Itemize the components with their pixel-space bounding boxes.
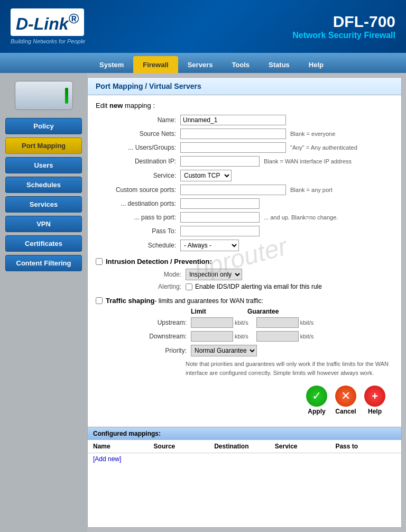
intrusion-alerting-label: Alerting: [106,283,186,290]
tab-servers[interactable]: Servers [178,56,223,73]
content-area: Port Mapping / Virtual Servers uprouter … [87,77,402,528]
intrusion-alerting-row: Alerting: Enable IDS/IDP alerting via em… [96,283,393,290]
pass-to-port-label: ... pass to port: [96,214,180,221]
ts-priority-label: Priority: [96,347,191,354]
sidebar-btn-content-filtering[interactable]: Content Filtering [5,255,82,271]
nav-bar: System Firewall Servers Tools Status Hel… [0,53,406,73]
action-buttons: ✓ Apply ✕ Cancel + Help [96,380,393,420]
destination-ip-label: Destination IP: [96,158,180,165]
name-input[interactable] [180,115,286,125]
ts-downstream-limit-input[interactable] [191,331,233,342]
sidebar: Policy Port Mapping Users Schedules Serv… [0,73,87,532]
cancel-button[interactable]: ✕ Cancel [335,386,356,415]
destination-ip-hint: Blank = WAN interface IP address [264,158,352,164]
sidebar-btn-users[interactable]: Users [5,157,82,173]
col-pass-to: Pass to [335,443,396,450]
ts-downstream-unit: kbit/s [235,333,248,340]
ts-downstream-guarantee-input[interactable] [256,331,299,342]
sidebar-btn-services[interactable]: Services [5,196,82,213]
tab-status[interactable]: Status [259,56,299,73]
traffic-shaping-suffix: - limits and guarantees for WAN traffic: [154,297,263,305]
users-groups-input[interactable] [180,142,286,153]
add-new-link[interactable]: [Add new] [93,455,121,463]
col-service: Service [275,443,336,450]
edit-type: new [109,102,123,109]
col-destination: Destination [214,443,275,450]
header-title: DFL-700 Network Security Firewall [292,13,395,40]
name-label: Name: [96,116,180,124]
form-row-users-groups: ... Users/Groups: "Any" = Any authentica… [96,142,393,153]
ts-downstream-row: Downstream: kbit/s kbit/s [96,331,393,342]
destination-ports-input[interactable] [180,198,260,209]
cancel-label: Cancel [335,408,356,415]
sidebar-btn-policy[interactable]: Policy [5,118,82,134]
custom-source-ports-input[interactable] [180,185,286,195]
col-source: Source [154,443,215,450]
tab-tools[interactable]: Tools [222,56,259,73]
intrusion-mode-row: Mode: Inspection only Prevention [96,269,393,280]
apply-icon: ✓ [306,386,327,407]
ts-note: Note that priorities and guarantees will… [186,360,393,377]
ts-upstream-label: Upstream: [96,319,191,326]
ts-upstream-row: Upstream: kbit/s kbit/s [96,317,393,328]
tab-firewall[interactable]: Firewall [133,56,178,73]
ts-upstream-limit-input[interactable] [191,317,233,328]
form-row-destination-ports: ... destination ports: [96,198,393,209]
form-row-source-nets: Source Nets: Blank = everyone [96,129,393,139]
form-row-destination-ip: Destination IP: Blank = WAN interface IP… [96,156,393,167]
tab-system[interactable]: System [90,56,133,73]
ts-priority-row: Priority: Normal Guarantee Low High Crit… [96,345,393,356]
source-nets-label: Source Nets: [96,130,180,137]
sidebar-btn-vpn[interactable]: VPN [5,216,82,232]
traffic-shaping-section: Traffic shaping - limits and guarantees … [96,297,393,377]
intrusion-mode-select[interactable]: Inspection only Prevention [186,269,242,280]
col-name: Name [93,443,154,450]
logo: D-Link® Building Networks for People [11,8,85,44]
traffic-shaping-label: Traffic shaping [106,297,154,305]
tagline: Building Networks for People [11,38,85,44]
model-name: DFL-700 [292,13,395,31]
form-row-pass-to: Pass To: [96,226,393,236]
custom-source-ports-label: Custom source ports: [96,186,180,194]
schedule-label: Schedule: [96,242,180,249]
service-label: Service: [96,172,180,179]
intrusion-alerting-checkbox[interactable] [186,283,192,290]
schedule-select[interactable]: - Always - Weekdays Weekends Business Ho… [180,240,239,251]
source-nets-input[interactable] [180,129,286,139]
traffic-shaping-checkbox[interactable] [96,297,103,304]
mappings-table-header: Name Source Destination Service Pass to [88,440,401,453]
help-button[interactable]: + Help [364,386,385,415]
tab-help[interactable]: Help [299,56,333,73]
ts-downstream-label: Downstream: [96,333,191,340]
pass-to-input[interactable] [180,226,260,236]
apply-button[interactable]: ✓ Apply [306,386,327,415]
ts-upstream-unit: kbit/s [235,319,248,326]
intrusion-checkbox[interactable] [96,258,103,265]
pass-to-port-input[interactable] [180,212,260,223]
cancel-icon: ✕ [335,386,356,407]
intrusion-mode-label: Mode: [106,271,186,278]
sidebar-btn-certificates[interactable]: Certificates [5,235,82,252]
logo-text: D-Link® [16,14,79,33]
page-title: Port Mapping / Virtual Servers [88,78,401,95]
destination-ip-input[interactable] [180,156,260,167]
intrusion-title: Intrusion Detection / Prevention: [106,258,212,265]
logo-reg: ® [69,11,79,26]
ts-priority-select[interactable]: Normal Guarantee Low High Critical [191,345,257,356]
ts-limit-header: Limit [191,308,206,315]
intrusion-check-row: Intrusion Detection / Prevention: [96,258,393,265]
model-subtitle: Network Security Firewall [292,31,395,40]
form-row-custom-source-ports: Custom source ports: Blank = any port [96,185,393,195]
source-nets-hint: Blank = everyone [290,131,335,137]
pass-to-label: Pass To: [96,227,180,235]
users-groups-label: ... Users/Groups: [96,144,180,151]
sidebar-btn-port-mapping[interactable]: Port Mapping [5,137,82,154]
sidebar-btn-schedules[interactable]: Schedules [5,177,82,193]
intrusion-section: Intrusion Detection / Prevention: Mode: … [96,258,393,290]
form-row-service: Service: Custom TCP Custom UDP Any HTTP … [96,170,393,181]
ts-downstream-guarantee-unit: kbit/s [300,333,314,340]
device-image-container [5,81,82,110]
service-select[interactable]: Custom TCP Custom UDP Any HTTP HTTPS FTP… [180,170,232,181]
ts-upstream-guarantee-input[interactable] [256,317,299,328]
traffic-shaping-check-row: Traffic shaping - limits and guarantees … [96,297,393,305]
